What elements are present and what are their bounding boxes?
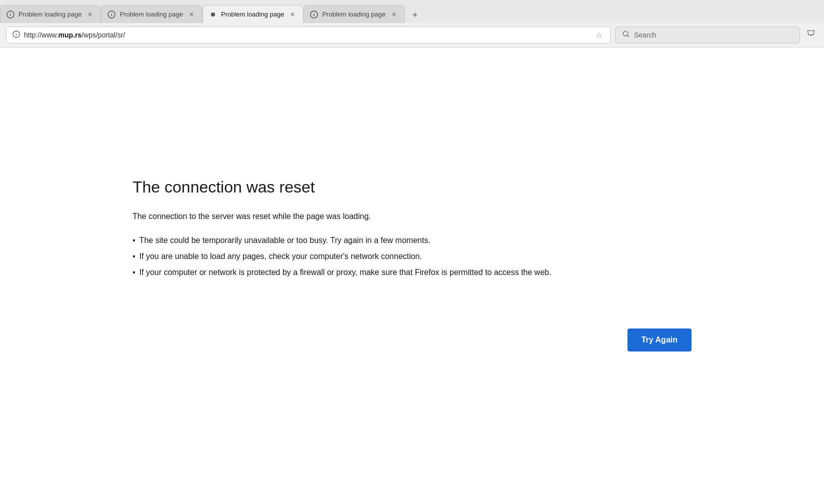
tab-4-icon	[310, 10, 318, 18]
svg-point-9	[314, 12, 314, 13]
tab-1-close[interactable]: ✕	[86, 10, 94, 19]
svg-line-14	[628, 36, 629, 37]
svg-point-6	[211, 12, 215, 16]
tab-3-close[interactable]: ✕	[288, 10, 297, 19]
tab-4[interactable]: Problem loading page ✕	[304, 5, 404, 23]
tab-1-icon	[6, 10, 14, 18]
svg-point-2	[10, 12, 11, 13]
tab-bar: Problem loading page ✕ Problem loading p…	[0, 0, 824, 23]
try-again-container: Try Again	[0, 328, 824, 352]
list-item: If you are unable to load any pages, che…	[132, 250, 692, 262]
search-icon	[622, 30, 630, 40]
tab-3[interactable]: Problem loading page ✕	[202, 5, 304, 23]
tab-2[interactable]: Problem loading page ✕	[101, 5, 202, 23]
bookmark-icon[interactable]: ☆	[594, 28, 604, 42]
tab-4-close[interactable]: ✕	[390, 10, 398, 19]
error-list: The site could be temporarily unavailabl…	[132, 234, 692, 278]
address-text: http://www.mup.rs/wps/portal/sr/	[24, 31, 590, 39]
page-content: The connection was reset The connection …	[0, 48, 824, 504]
tab-2-title: Problem loading page	[120, 10, 182, 18]
try-again-button[interactable]: Try Again	[628, 328, 692, 352]
new-tab-button[interactable]: +	[407, 7, 423, 23]
list-item: The site could be temporarily unavailabl…	[132, 234, 692, 246]
tab-2-icon	[108, 10, 116, 18]
error-container: The connection was reset The connection …	[0, 158, 824, 318]
search-bar[interactable]: Search	[615, 26, 800, 44]
svg-point-5	[112, 12, 112, 13]
error-title: The connection was reset	[132, 178, 692, 196]
tab-3-icon	[209, 10, 217, 18]
tab-1[interactable]: Problem loading page ✕	[0, 5, 101, 23]
svg-point-13	[623, 31, 628, 36]
pocket-icon[interactable]	[804, 27, 818, 44]
search-placeholder-text: Search	[634, 31, 656, 39]
browser-chrome: Problem loading page ✕ Problem loading p…	[0, 0, 824, 48]
tab-1-title: Problem loading page	[18, 10, 82, 18]
error-description: The connection to the server was reset w…	[132, 210, 692, 222]
address-info-icon	[12, 30, 20, 40]
tab-2-close[interactable]: ✕	[187, 10, 196, 19]
tab-3-title: Problem loading page	[221, 10, 284, 18]
toolbar: http://www.mup.rs/wps/portal/sr/ ☆ Searc…	[0, 23, 824, 47]
svg-point-12	[16, 32, 16, 33]
tab-4-title: Problem loading page	[322, 10, 385, 18]
list-item: If your computer or network is protected…	[132, 266, 692, 278]
address-bar[interactable]: http://www.mup.rs/wps/portal/sr/ ☆	[6, 26, 611, 44]
